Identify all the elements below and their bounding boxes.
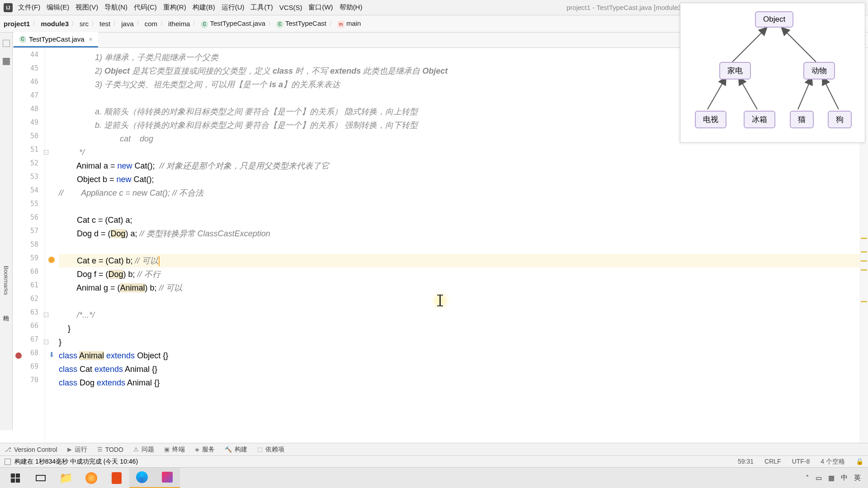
- crumb-com[interactable]: com: [145, 20, 157, 28]
- code-line[interactable]: Dog d = (Dog) a; // 类型转换异常 ClassCastExce…: [59, 227, 860, 240]
- code-line[interactable]: class Dog extends Animal {}: [59, 376, 860, 389]
- taskbar-firefox[interactable]: [79, 468, 104, 488]
- tool-dependencies[interactable]: ⬚依赖项: [257, 446, 284, 454]
- code-line[interactable]: }: [59, 335, 860, 349]
- crumb-file[interactable]: CTestTypeCast.java: [201, 19, 265, 28]
- close-icon[interactable]: ×: [89, 36, 93, 43]
- line-number[interactable]: 44: [13, 51, 45, 64]
- crumb-java[interactable]: java: [121, 20, 134, 28]
- line-number[interactable]: 54: [13, 186, 45, 200]
- task-view-button[interactable]: [28, 468, 53, 488]
- menu-window[interactable]: 窗口(W): [308, 3, 333, 12]
- code-line[interactable]: // Appliance c = new Cat(); // 不合法: [59, 186, 860, 200]
- line-number[interactable]: 52: [13, 159, 45, 173]
- crumb-class[interactable]: CTestTypeCast: [276, 19, 326, 28]
- chevron-up-icon[interactable]: ˄: [806, 474, 809, 482]
- tool-services[interactable]: ◈服务: [195, 446, 215, 454]
- menu-view[interactable]: 视图(V): [75, 3, 98, 12]
- status-icon[interactable]: [5, 459, 11, 465]
- line-number[interactable]: 62: [13, 295, 45, 308]
- bookmarks-label[interactable]: Bookmarks: [3, 266, 9, 295]
- line-number[interactable]: 57: [13, 227, 45, 240]
- ime-indicator-2[interactable]: 英: [854, 474, 861, 482]
- tab-testtypecast[interactable]: C TestTypeCast.java ×: [14, 32, 98, 47]
- code-line[interactable]: [59, 200, 860, 213]
- tool-run[interactable]: ▶运行: [67, 446, 87, 454]
- code-line[interactable]: Dog f = (Dog) b; // 不行: [59, 267, 860, 281]
- line-number[interactable]: 55: [13, 200, 45, 213]
- code-line[interactable]: */: [59, 145, 860, 159]
- taskbar-explorer[interactable]: 📁: [53, 468, 79, 488]
- code-line[interactable]: }: [59, 322, 860, 335]
- crumb-module[interactable]: module3: [41, 20, 69, 28]
- code-line[interactable]: Cat c = (Cat) a;: [59, 213, 860, 227]
- crumb-project[interactable]: project1: [4, 20, 30, 28]
- menu-help[interactable]: 帮助(H): [340, 3, 363, 12]
- code-line[interactable]: class Animal extends Object {}: [59, 349, 860, 362]
- line-number[interactable]: 68⬇: [13, 349, 45, 362]
- structure-icon[interactable]: [3, 58, 10, 65]
- crumb-method[interactable]: mmain: [337, 19, 361, 28]
- line-number[interactable]: 49: [13, 118, 45, 132]
- line-number[interactable]: 45: [13, 64, 45, 78]
- menu-run[interactable]: 运行(U): [222, 3, 245, 12]
- line-number[interactable]: 56: [13, 213, 45, 227]
- code-line[interactable]: class Cat extends Animal {}: [59, 362, 860, 376]
- project-icon[interactable]: [3, 40, 10, 47]
- code-line[interactable]: Animal a = new Cat(); // 对象还是那个对象，只是用父类型…: [59, 159, 860, 173]
- line-number[interactable]: 66: [13, 322, 45, 335]
- code-line[interactable]: Animal g = (Animal) b; // 可以: [59, 281, 860, 295]
- tool-terminal[interactable]: ▣终端: [164, 446, 185, 454]
- start-button[interactable]: [3, 468, 28, 488]
- menu-file[interactable]: 文件(F): [18, 3, 40, 12]
- indent-setting[interactable]: 4 个空格: [821, 458, 845, 466]
- battery-icon[interactable]: ▭: [816, 474, 822, 482]
- taskbar-intellij[interactable]: [155, 468, 180, 488]
- line-number[interactable]: 48: [13, 105, 45, 118]
- tool-version-control[interactable]: ⎇Version Control: [5, 446, 57, 453]
- caret-position[interactable]: 59:31: [738, 458, 754, 466]
- menu-tools[interactable]: 工具(T): [250, 3, 273, 12]
- crumb-itheima[interactable]: itheima: [168, 20, 190, 28]
- line-number[interactable]: 53: [13, 173, 45, 186]
- crumb-src[interactable]: src: [80, 20, 89, 28]
- file-encoding[interactable]: UTF-8: [792, 458, 810, 466]
- system-tray[interactable]: ˄ ▭ ▦ 中 英: [806, 474, 865, 482]
- menu-refactor[interactable]: 重构(R): [163, 3, 186, 12]
- gutter[interactable]: 4445464748495051-52535455565758596061626…: [13, 48, 45, 443]
- tool-build[interactable]: 🔨构建: [225, 446, 247, 454]
- line-number[interactable]: 67-: [13, 335, 45, 349]
- class-diagram-popup[interactable]: Object 家电 动物 电视 冰箱 猫 狗: [680, 3, 865, 143]
- menu-build[interactable]: 构建(B): [193, 3, 215, 12]
- tool-problems[interactable]: ⚠问题: [133, 446, 154, 454]
- line-number[interactable]: 58: [13, 240, 45, 254]
- line-separator[interactable]: CRLF: [764, 458, 781, 466]
- network-icon[interactable]: ▦: [828, 474, 835, 482]
- code-line[interactable]: Object b = new Cat();: [59, 173, 860, 186]
- code-line[interactable]: /*...*/: [59, 308, 860, 322]
- line-number[interactable]: 70: [13, 376, 45, 389]
- line-number[interactable]: 47: [13, 91, 45, 105]
- taskbar-office[interactable]: [104, 468, 129, 488]
- line-number[interactable]: 63-: [13, 308, 45, 322]
- line-number[interactable]: 59: [13, 254, 45, 267]
- code-line[interactable]: [59, 240, 860, 254]
- menu-code[interactable]: 代码(C): [134, 3, 157, 12]
- menu-edit[interactable]: 编辑(E): [47, 3, 69, 12]
- lock-icon[interactable]: 🔒: [856, 458, 863, 466]
- taskbar-edge[interactable]: [129, 468, 155, 488]
- line-number[interactable]: 60: [13, 267, 45, 281]
- line-number[interactable]: 50: [13, 132, 45, 145]
- line-number[interactable]: 61: [13, 281, 45, 295]
- menu-navigate[interactable]: 导航(N): [104, 3, 127, 12]
- ime-indicator-1[interactable]: 中: [841, 474, 848, 482]
- code-line[interactable]: [59, 295, 860, 308]
- tool-todo[interactable]: ☰TODO: [97, 446, 123, 453]
- line-number[interactable]: 51-: [13, 145, 45, 159]
- crumb-test[interactable]: test: [99, 20, 110, 28]
- line-number[interactable]: 46: [13, 78, 45, 91]
- menu-vcs[interactable]: VCS(S): [279, 4, 302, 11]
- code-line[interactable]: Cat e = (Cat) b; // 可以: [59, 254, 860, 267]
- breakpoint-icon[interactable]: [15, 352, 22, 359]
- line-number[interactable]: 69: [13, 362, 45, 376]
